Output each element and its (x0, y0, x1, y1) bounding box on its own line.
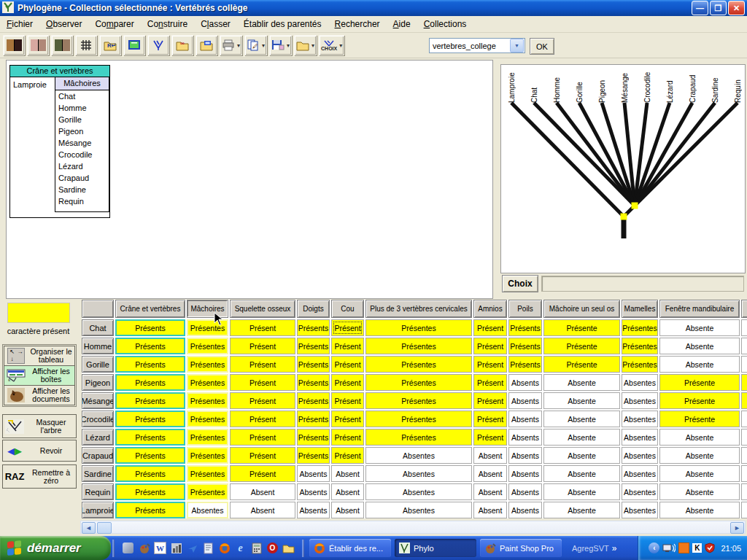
matrix-cell-homme-1[interactable]: Présentes (187, 338, 228, 354)
chevron-down-icon[interactable]: ▾ (287, 42, 290, 49)
matrix-cell-homme-7[interactable]: Présents (508, 338, 542, 354)
security-shield-icon[interactable] (705, 542, 715, 553)
menu-item-construire[interactable]: Construire (141, 17, 194, 31)
matrix-cell-crocodile-8[interactable]: Absente (543, 411, 620, 427)
ok-button[interactable]: OK (530, 38, 554, 55)
species-item-sardine[interactable]: Sardine (55, 184, 109, 195)
maximize-button[interactable]: ❐ (710, 1, 727, 15)
matrix-cell-lézard-2[interactable]: Présent (230, 429, 295, 446)
matrix-cell-requin-1[interactable]: Présentes (187, 483, 228, 500)
side-button-afficher-les-documents[interactable]: Afficher les documents (4, 385, 75, 405)
quick-launch-paintshop-icon[interactable] (138, 542, 150, 554)
matrix-cell-crapaud-1[interactable]: Présentes (187, 447, 228, 464)
matrix-cell-gorille-0[interactable]: Présents (115, 356, 185, 373)
matrix-cell-lamproie-1[interactable]: Absentes (187, 502, 228, 518)
matrix-cell-lamproie-5[interactable]: Absentes (365, 502, 472, 518)
matrix-cell-sardine-11[interactable]: Absente (741, 465, 747, 482)
matrix-cell-mésange-11[interactable]: Présente (741, 392, 747, 409)
matrix-cell-requin-9[interactable]: Absentes (622, 483, 658, 500)
matrix-cell-mésange-2[interactable]: Présent (230, 392, 295, 409)
side-button-organiser-le-tableau[interactable]: ↖→↓Organiser le tableau (4, 346, 75, 366)
matrix-cell-lézard-9[interactable]: Absentes (622, 429, 658, 446)
matrix-cell-requin-2[interactable]: Absent (230, 483, 295, 500)
task-button-paint-shop-pro[interactable]: Paint Shop Pro (480, 539, 562, 557)
orange-app-icon[interactable] (678, 542, 689, 553)
matrix-cell-pigeon-0[interactable]: Présents (115, 374, 185, 391)
matrix-cell-pigeon-5[interactable]: Présentes (365, 374, 472, 391)
minimize-button[interactable]: — (692, 1, 708, 15)
matrix-cell-mésange-4[interactable]: Présent (331, 392, 364, 409)
matrix-cell-crapaud-3[interactable]: Présents (297, 447, 330, 464)
column-header-plus-de-3-vertèbres-cervicales[interactable]: Plus de 3 vertèbres cervicales (365, 300, 472, 318)
matrix-cell-homme-2[interactable]: Présent (230, 338, 295, 354)
matrix-cell-mésange-0[interactable]: Présents (115, 392, 185, 409)
matrix-cell-crapaud-8[interactable]: Absente (543, 447, 620, 464)
matrix-cell-lézard-5[interactable]: Présentes (365, 429, 472, 446)
chevron-down-icon[interactable]: ▼ (510, 39, 524, 52)
matrix-cell-homme-5[interactable]: Présentes (365, 338, 472, 354)
matrix-cell-homme-4[interactable]: Présent (331, 338, 364, 354)
matrix-cell-requin-4[interactable]: Absent (331, 483, 364, 500)
tree-leaf-label-crapaud[interactable]: Crapaud (686, 66, 698, 103)
matrix-cell-crapaud-4[interactable]: Présent (331, 447, 364, 464)
matrix-cell-crocodile-1[interactable]: Présentes (187, 411, 228, 427)
matrix-cell-crapaud-2[interactable]: Présent (230, 447, 295, 464)
matrix-cell-requin-0[interactable]: Présents (115, 483, 185, 500)
matrix-cell-sardine-5[interactable]: Absentes (365, 465, 472, 482)
matrix-cell-lamproie-6[interactable]: Absent (473, 502, 507, 518)
tree-leaf-label-sardine[interactable]: Sardine (709, 66, 721, 103)
matrix-cell-lézard-10[interactable]: Absente (659, 429, 740, 446)
column-header-crâne-et-vertèbres[interactable]: Crâne et vertèbres (115, 300, 185, 318)
toolbar-button-faces-photos[interactable] (51, 35, 73, 55)
matrix-cell-pigeon-10[interactable]: Présente (659, 374, 740, 391)
column-header-partial[interactable] (741, 300, 747, 318)
toolbar-button-folder-r[interactable]: R↵ (99, 35, 121, 55)
species-item-chat[interactable]: Chat (55, 90, 109, 102)
tree-leaf-label-mésange[interactable]: Mésange (619, 66, 630, 103)
tree-leaf-label-gorille[interactable]: Gorille (573, 66, 585, 103)
chevron-down-icon[interactable]: ▾ (237, 42, 240, 49)
toolbar-button-documents[interactable]: 🖉▾ (244, 35, 267, 55)
matrix-cell-mésange-7[interactable]: Absents (508, 392, 542, 409)
column-header-doigts[interactable]: Doigts (297, 300, 330, 318)
matrix-cell-mésange-1[interactable]: Présentes (187, 392, 228, 409)
column-header-poils[interactable]: Poils (508, 300, 542, 318)
matrix-cell-sardine-4[interactable]: Absent (331, 465, 364, 482)
matrix-cell-lézard-11[interactable]: Absente (741, 429, 747, 446)
matrix-cell-homme-0[interactable]: Présents (115, 338, 185, 354)
matrix-cell-gorille-5[interactable]: Présentes (365, 356, 472, 373)
matrix-cell-gorille-3[interactable]: Présents (297, 356, 330, 373)
matrix-cell-homme-10[interactable]: Absente (659, 338, 740, 354)
row-header-crocodile[interactable]: Crocodile (82, 411, 114, 427)
matrix-cell-sardine-10[interactable]: Absente (659, 465, 740, 482)
row-header-lézard[interactable]: Lézard (82, 429, 114, 446)
matrix-cell-sardine-9[interactable]: Absentes (622, 465, 658, 482)
matrix-cell-crocodile-3[interactable]: Présents (297, 411, 330, 427)
matrix-cell-crapaud-10[interactable]: Absente (659, 447, 740, 464)
horizontal-scrollbar[interactable]: ◄ ► (80, 521, 746, 534)
matrix-cell-lamproie-2[interactable]: Absent (230, 502, 295, 518)
matrix-cell-mésange-6[interactable]: Présent (473, 392, 507, 409)
matrix-cell-chat-8[interactable]: Présente (543, 319, 620, 336)
tree-leaf-label-homme[interactable]: Homme (551, 66, 562, 103)
matrix-cell-gorille-1[interactable]: Présentes (187, 356, 228, 373)
species-item-requin[interactable]: Requin (55, 195, 109, 207)
toolbar-button-tree[interactable] (147, 35, 169, 55)
column-header-fenêtre-mandibulaire[interactable]: Fenêtre mandibulaire (659, 300, 740, 318)
matrix-cell-sardine-6[interactable]: Absent (473, 465, 507, 482)
matrix-cell-lézard-8[interactable]: Absente (543, 429, 620, 446)
matrix-cell-crocodile-4[interactable]: Présent (331, 411, 364, 427)
menu-item-aide[interactable]: Aide (387, 17, 417, 31)
matrix-cell-sardine-7[interactable]: Absents (508, 465, 542, 482)
matrix-cell-requin-5[interactable]: Absentes (365, 483, 472, 500)
toolbar-button-animal-photos[interactable] (3, 35, 25, 55)
matrix-cell-pigeon-11[interactable]: Présente (741, 374, 747, 391)
matrix-cell-gorille-2[interactable]: Présent (230, 356, 295, 373)
matrix-cell-requin-7[interactable]: Absents (508, 483, 542, 500)
quick-launch-calculator-icon[interactable] (250, 542, 263, 554)
matrix-cell-lézard-3[interactable]: Présents (297, 429, 330, 446)
matrix-cell-crocodile-10[interactable]: Présente (659, 411, 740, 427)
matrix-cell-gorille-10[interactable]: Absente (659, 356, 740, 373)
matrix-cell-chat-7[interactable]: Présents (508, 319, 542, 336)
toolbar-button-choix-tree[interactable]: CHOIX▾ (319, 35, 344, 55)
